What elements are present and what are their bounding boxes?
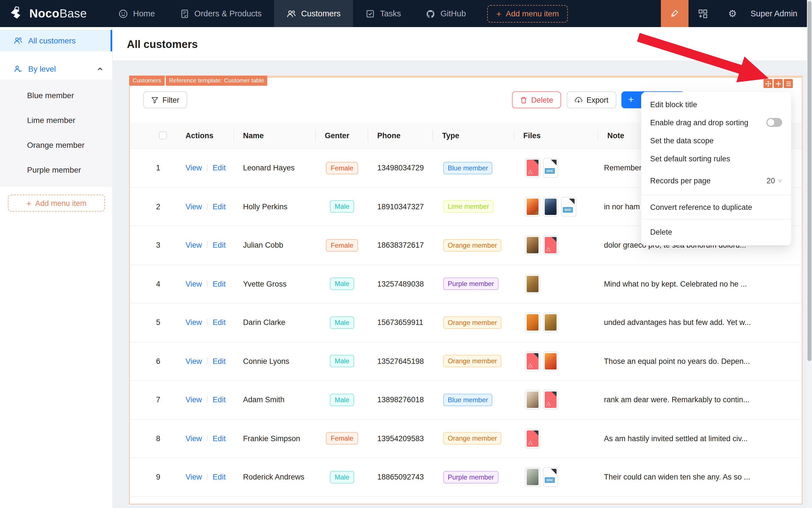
view-link[interactable]: View [185, 241, 202, 250]
cell-phone: 15673659911 [368, 319, 433, 327]
cell-phone: 13898276018 [368, 396, 433, 404]
plugin-manager-button[interactable] [688, 0, 718, 27]
view-link[interactable]: View [185, 280, 202, 288]
doc-file-icon[interactable] [543, 467, 558, 487]
photo-thumbnail[interactable] [543, 313, 558, 333]
edit-link[interactable]: Edit [213, 280, 226, 288]
table-row: 8ViewEditFrankie SimpsonFemale1395420958… [130, 419, 802, 458]
nav-add-menu-item-button[interactable]: + Add menu item [488, 5, 568, 22]
drag-handle-icon[interactable] [764, 79, 772, 88]
nav-item-orders-products[interactable]: Orders & Products [167, 0, 274, 27]
nocobase-logo[interactable]: NocoBase [9, 6, 87, 21]
cell-files [514, 197, 598, 217]
edit-link[interactable]: Edit [213, 203, 226, 211]
cell-type: Blue member [433, 394, 514, 406]
delete-button[interactable]: Delete [512, 91, 561, 108]
menu-item-records-per-page[interactable]: Records per page20∨ [641, 168, 791, 194]
view-link[interactable]: View [185, 473, 202, 481]
edit-link[interactable]: Edit [213, 357, 226, 366]
edit-link[interactable]: Edit [213, 396, 226, 404]
menu-item-set-the-data-scope[interactable]: Set the data scope [641, 131, 791, 150]
tag-orange-member: Orange member [443, 239, 502, 252]
sidebar: All customers By level Blue memberLime m… [0, 27, 113, 508]
drag-sort-toggle[interactable] [766, 118, 782, 127]
tag-male: Male [330, 201, 354, 213]
table-row: 9ViewEditRoderick AndrewsMale18865092743… [130, 458, 802, 497]
photo-thumbnail[interactable] [525, 313, 540, 333]
edit-link[interactable]: Edit [213, 473, 226, 481]
photo-thumbnail[interactable] [543, 351, 558, 371]
sidebar-item-by-level[interactable]: By level [0, 58, 112, 80]
sidebar-item-orange-member[interactable]: Orange member [0, 134, 112, 156]
scrollbar-thumb[interactable] [808, 1, 811, 361]
nav-item-github[interactable]: GitHub [413, 0, 478, 27]
menu-item-convert-reference-to-duplicate[interactable]: Convert reference to duplicate [641, 196, 791, 218]
photo-thumbnail[interactable] [525, 390, 540, 410]
sidebar-item-lime-member[interactable]: Lime member [0, 109, 112, 131]
edit-link[interactable]: Edit [213, 164, 226, 172]
photo-thumbnail[interactable] [525, 236, 540, 255]
view-link[interactable]: View [185, 434, 202, 443]
view-link[interactable]: View [185, 203, 202, 211]
column-header-name: Name [234, 122, 316, 149]
doc-file-icon[interactable] [543, 158, 558, 178]
tag-female: Female [326, 432, 358, 445]
block-settings-menu: Edit block titleEnable drag and drop sor… [641, 92, 791, 245]
cell-name: Leonard Hayes [234, 164, 316, 172]
sidebar-item-purple-member[interactable]: Purple member [0, 159, 112, 181]
view-link[interactable]: View [185, 357, 202, 366]
action-divider [207, 396, 208, 403]
filter-funnel-icon [151, 96, 159, 103]
view-link[interactable]: View [185, 396, 202, 404]
records-per-page-select[interactable]: 20∨ [767, 176, 782, 185]
brand-title: NocoBase [29, 7, 87, 20]
tag-male: Male [330, 355, 354, 368]
export-button[interactable]: Export [567, 91, 616, 108]
user-menu[interactable]: Super Admin [751, 9, 797, 18]
menu-item-set-default-sorting-rules[interactable]: Set default sorting rules [641, 150, 791, 168]
edit-link[interactable]: Edit [213, 434, 226, 443]
block-settings-icon[interactable] [784, 79, 793, 88]
add-block-icon[interactable] [774, 79, 783, 88]
user-group-icon [13, 64, 22, 73]
photo-thumbnail[interactable] [525, 274, 540, 294]
photo-thumbnail[interactable] [525, 467, 540, 487]
edit-link[interactable]: Edit [213, 319, 226, 327]
action-divider [207, 242, 208, 249]
select-all-checkbox[interactable] [159, 131, 167, 139]
pdf-file-icon[interactable] [543, 390, 558, 410]
ui-editor-button[interactable] [661, 0, 688, 27]
menu-item-label: Set the data scope [650, 136, 714, 145]
row-index: 9 [135, 473, 182, 481]
photo-thumbnail[interactable] [525, 197, 540, 217]
sidebar-item-blue-member[interactable]: Blue member [0, 84, 112, 107]
photo-thumbnail[interactable] [543, 197, 558, 217]
settings-gear-button[interactable]: ⚙ [718, 0, 747, 27]
doc-file-icon[interactable] [561, 197, 576, 217]
cell-gender: Male [316, 278, 368, 290]
pdf-file-icon[interactable] [525, 351, 540, 371]
pdf-file-icon[interactable] [525, 429, 540, 449]
menu-item-enable-drag-and-drop-sorting[interactable]: Enable drag and drop sorting [641, 113, 791, 131]
pdf-file-icon[interactable] [543, 236, 558, 255]
filter-button[interactable]: Filter [143, 91, 187, 108]
nav-item-tasks[interactable]: Tasks [353, 0, 413, 27]
view-link[interactable]: View [185, 319, 202, 327]
cell-type: Purple member [433, 471, 514, 483]
menu-item-delete[interactable]: Delete [641, 221, 791, 243]
pdf-file-icon[interactable] [525, 158, 540, 178]
sidebar-add-menu-item-button[interactable]: + Add menu item [8, 195, 105, 212]
nav-item-customers[interactable]: Customers [274, 0, 353, 27]
action-divider [207, 435, 208, 442]
tag-lime-member: Lime member [443, 201, 494, 213]
row-actions: ViewEdit [177, 203, 234, 211]
view-link[interactable]: View [185, 164, 202, 172]
menu-item-edit-block-title[interactable]: Edit block title [641, 95, 791, 113]
page-scrollbar[interactable] [807, 0, 812, 508]
cell-name: Holly Perkins [234, 203, 316, 211]
nav-item-home[interactable]: Home [106, 0, 167, 27]
row-index: 3 [135, 241, 182, 250]
edit-link[interactable]: Edit [213, 241, 226, 250]
sidebar-item-all-customers[interactable]: All customers [0, 30, 112, 51]
cell-name: Connie Lyons [234, 357, 316, 366]
